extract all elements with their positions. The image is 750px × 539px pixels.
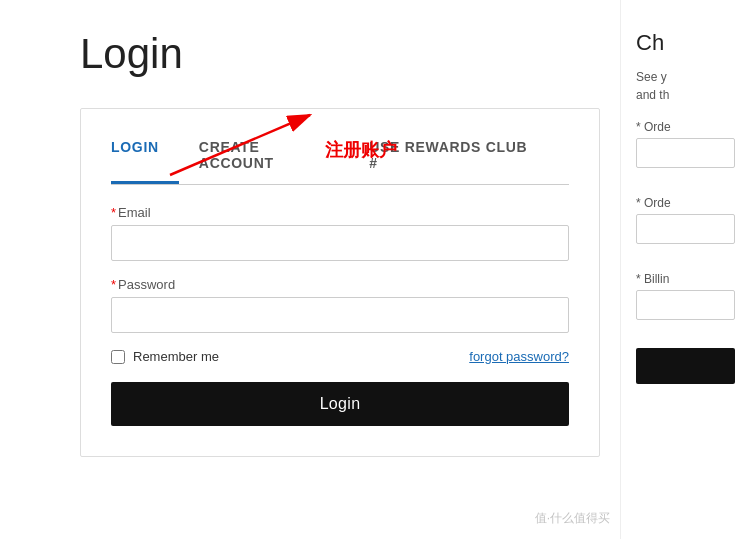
right-billing-group: * Billin	[636, 272, 735, 332]
right-submit-button[interactable]	[636, 348, 735, 384]
right-order2-group: * Orde	[636, 196, 735, 256]
password-label: *Password	[111, 277, 569, 292]
password-input[interactable]	[111, 297, 569, 333]
login-card: LOGIN CREATE ACCOUNT USE REWARDS CLUB # …	[80, 108, 600, 457]
watermark: 值·什么值得买	[535, 510, 610, 527]
email-group: *Email	[111, 205, 569, 261]
tab-login[interactable]: LOGIN	[111, 129, 179, 184]
forgot-password-link[interactable]: forgot password?	[469, 349, 569, 364]
right-panel: Ch See y and th * Orde * Orde * Billin	[620, 0, 750, 539]
right-order1-input[interactable]	[636, 138, 735, 168]
email-required-star: *	[111, 205, 116, 220]
tab-create-account[interactable]: CREATE ACCOUNT	[199, 129, 349, 184]
remember-left: Remember me	[111, 349, 219, 364]
remember-label: Remember me	[133, 349, 219, 364]
email-input[interactable]	[111, 225, 569, 261]
right-billing-input[interactable]	[636, 290, 735, 320]
remember-checkbox[interactable]	[111, 350, 125, 364]
tab-rewards[interactable]: USE REWARDS CLUB #	[369, 129, 549, 184]
right-order2-input[interactable]	[636, 214, 735, 244]
login-button[interactable]: Login	[111, 382, 569, 426]
password-group: *Password	[111, 277, 569, 333]
right-panel-title: Ch	[636, 30, 735, 56]
right-order1-label: * Orde	[636, 120, 735, 134]
tab-bar: LOGIN CREATE ACCOUNT USE REWARDS CLUB #	[111, 129, 569, 185]
right-panel-description: See y and th	[636, 68, 735, 104]
remember-row: Remember me forgot password?	[111, 349, 569, 364]
email-label: *Email	[111, 205, 569, 220]
right-billing-label: * Billin	[636, 272, 735, 286]
password-required-star: *	[111, 277, 116, 292]
page-title: Login	[80, 30, 600, 78]
right-order2-label: * Orde	[636, 196, 735, 210]
right-order1-group: * Orde	[636, 120, 735, 180]
